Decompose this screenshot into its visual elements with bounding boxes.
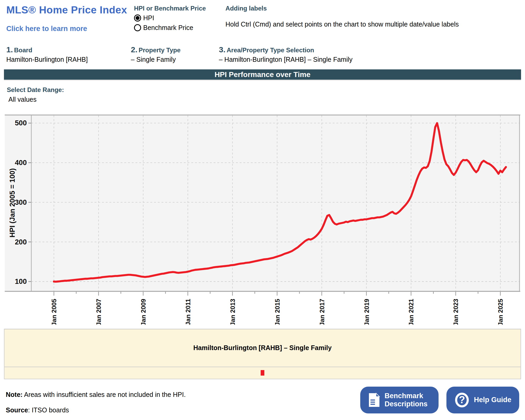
footnotes: Note: Areas with insufficient sales are … bbox=[6, 387, 186, 420]
hpi-benchmark-radio-group: HPI or Benchmark Price HPI Benchmark Pri… bbox=[134, 4, 225, 45]
svg-text:Jan 2019: Jan 2019 bbox=[363, 299, 370, 325]
adding-labels-instructions: Hold Ctrl (Cmd) and select points on the… bbox=[225, 21, 520, 28]
svg-text:HPI (Jan 2005 = 100): HPI (Jan 2005 = 100) bbox=[8, 168, 16, 237]
property-type-selection: 2. Property Type – Single Family bbox=[131, 45, 219, 69]
svg-text:300: 300 bbox=[15, 198, 27, 206]
page-header: MLS® Home Price Index Click here to lear… bbox=[0, 0, 525, 45]
question-icon: ? bbox=[454, 392, 470, 408]
svg-text:200: 200 bbox=[15, 238, 27, 246]
radio-option-label: Benchmark Price bbox=[143, 24, 193, 32]
chart-legend: Hamilton-Burlington [RAHB] – Single Fami… bbox=[4, 329, 521, 379]
area-property-label: Area/Property Type Selection bbox=[227, 47, 314, 54]
svg-text:100: 100 bbox=[15, 277, 27, 285]
svg-text:Jan 2011: Jan 2011 bbox=[184, 299, 192, 325]
benchmark-descriptions-button[interactable]: Benchmark Descriptions bbox=[360, 387, 439, 413]
svg-text:Jan 2025: Jan 2025 bbox=[497, 299, 504, 325]
svg-text:Jan 2021: Jan 2021 bbox=[408, 299, 415, 325]
svg-text:400: 400 bbox=[15, 158, 27, 167]
document-icon bbox=[368, 393, 380, 407]
svg-text:Jan 2023: Jan 2023 bbox=[452, 299, 459, 325]
property-type-value: – Single Family bbox=[131, 56, 219, 63]
radio-option-label: HPI bbox=[143, 14, 154, 22]
adding-labels-title: Adding labels bbox=[225, 5, 520, 12]
hpi-chart[interactable]: 100200300400500Jan 2005Jan 2007Jan 2009J… bbox=[5, 115, 520, 325]
legend-series-label: Hamilton-Burlington [RAHB] – Single Fami… bbox=[193, 344, 332, 352]
radio-button-icon[interactable] bbox=[134, 24, 141, 31]
step-number: 2. bbox=[131, 45, 137, 54]
radio-option-hpi[interactable]: HPI bbox=[134, 14, 225, 22]
svg-text:?: ? bbox=[459, 394, 465, 405]
benchmark-descriptions-label: Benchmark Descriptions bbox=[384, 392, 431, 408]
hpi-chart-svg[interactable]: 100200300400500Jan 2005Jan 2007Jan 2009J… bbox=[5, 115, 520, 325]
svg-text:Jan 2017: Jan 2017 bbox=[318, 299, 326, 325]
area-property-selection: 3. Area/Property Type Selection – Hamilt… bbox=[219, 45, 525, 69]
selection-summary-row: 1. Board Hamilton-Burlington [RAHB] 2. P… bbox=[0, 45, 525, 69]
help-guide-label: Help Guide bbox=[474, 396, 511, 404]
page-footer: Note: Areas with insufficient sales are … bbox=[6, 387, 519, 420]
board-value: Hamilton-Burlington [RAHB] bbox=[6, 56, 131, 63]
section-title: HPI Performance over Time bbox=[214, 70, 310, 79]
svg-text:Jan 2005: Jan 2005 bbox=[50, 299, 58, 325]
area-property-value: – Hamilton-Burlington [RAHB] – Single Fa… bbox=[219, 56, 525, 63]
step-number: 3. bbox=[219, 45, 225, 54]
radio-group-title: HPI or Benchmark Price bbox=[134, 5, 225, 12]
board-selection: 1. Board Hamilton-Burlington [RAHB] bbox=[6, 45, 131, 69]
adding-labels-help: Adding labels Hold Ctrl (Cmd) and select… bbox=[225, 4, 520, 45]
radio-button-icon[interactable] bbox=[134, 14, 141, 22]
step-number: 1. bbox=[6, 45, 13, 54]
svg-text:Jan 2015: Jan 2015 bbox=[274, 299, 281, 325]
section-header-bar: HPI Performance over Time bbox=[4, 69, 521, 80]
board-label: Board bbox=[14, 47, 32, 54]
property-type-label: Property Type bbox=[138, 47, 181, 54]
svg-text:Jan 2007: Jan 2007 bbox=[95, 299, 102, 325]
date-range-control: Select Date Range: All values bbox=[7, 86, 525, 107]
source-text: Source: ITSO boards bbox=[6, 406, 186, 414]
svg-text:Jan 2013: Jan 2013 bbox=[229, 299, 236, 325]
logo-title: MLS® Home Price Index bbox=[6, 4, 134, 16]
date-range-value[interactable]: All values bbox=[8, 96, 525, 103]
legend-series-marker[interactable] bbox=[261, 370, 264, 376]
date-range-label: Select Date Range: bbox=[7, 86, 525, 94]
note-text: Note: Areas with insufficient sales are … bbox=[6, 391, 186, 398]
svg-text:Jan 2009: Jan 2009 bbox=[140, 299, 147, 325]
learn-more-link[interactable]: Click here to learn more bbox=[6, 25, 134, 33]
svg-text:500: 500 bbox=[15, 119, 27, 127]
radio-option-benchmark-price[interactable]: Benchmark Price bbox=[134, 24, 225, 32]
mls-hpi-logo: MLS® Home Price Index Click here to lear… bbox=[6, 4, 134, 45]
help-guide-button[interactable]: ? Help Guide bbox=[446, 387, 519, 413]
